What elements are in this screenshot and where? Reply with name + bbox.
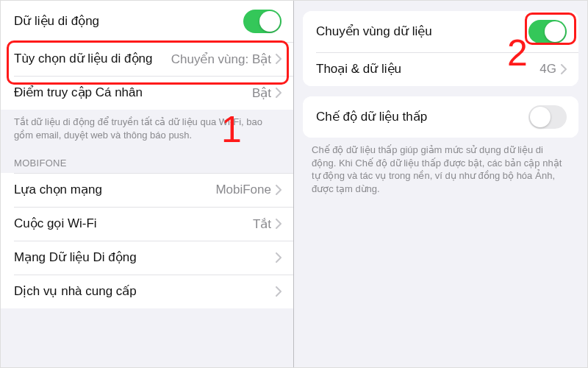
group-low-data: Chế độ dữ liệu thấp: [303, 96, 578, 138]
chevron-right-icon: [276, 219, 282, 229]
chevron-right-icon: [561, 64, 567, 74]
carrier-services-label: Dịch vụ nhà cung cấp: [14, 283, 276, 299]
right-panel: Chuyển vùng dữ liệu Thoại & dữ liệu 4G C…: [294, 1, 587, 367]
row-data-options[interactable]: Tùy chọn dữ liệu di động Chuyển vùng: Bậ…: [1, 42, 293, 76]
chevron-right-icon: [276, 54, 282, 64]
row-low-data-mode[interactable]: Chế độ dữ liệu thấp: [303, 96, 578, 138]
group-cellular: Dữ liệu di động Tùy chọn dữ liệu di động…: [1, 1, 293, 110]
row-mobile-data[interactable]: Dữ liệu di động: [1, 1, 293, 42]
chevron-right-icon: [276, 88, 282, 98]
footer-low-data: Chế độ dữ liệu thấp giúp giảm mức sử dụn…: [294, 138, 587, 198]
voice-data-label: Thoại & dữ liệu: [316, 61, 539, 77]
chevron-right-icon: [276, 286, 282, 297]
low-data-toggle[interactable]: [528, 105, 567, 129]
wifi-calling-label: Cuộc gọi Wi-Fi: [14, 216, 253, 231]
group-roaming: Chuyển vùng dữ liệu Thoại & dữ liệu 4G: [303, 11, 578, 86]
chevron-right-icon: [276, 252, 282, 263]
row-network-selection[interactable]: Lựa chọn mạng MobiFone: [1, 173, 293, 207]
low-data-label: Chế độ dữ liệu thấp: [316, 109, 528, 124]
left-panel: Dữ liệu di động Tùy chọn dữ liệu di động…: [1, 1, 294, 367]
mobile-data-toggle[interactable]: [243, 10, 282, 33]
network-selection-label: Lựa chọn mạng: [14, 182, 215, 197]
network-selection-value: MobiFone: [215, 183, 271, 197]
section-header-carrier: MOBIFONE: [1, 144, 293, 173]
mobile-data-network-label: Mạng Dữ liệu Di động: [14, 250, 276, 265]
row-mobile-data-network[interactable]: Mạng Dữ liệu Di động: [1, 241, 293, 275]
mobile-data-label: Dữ liệu di động: [14, 13, 243, 29]
row-data-roaming[interactable]: Chuyển vùng dữ liệu: [303, 11, 578, 52]
chevron-right-icon: [276, 185, 282, 195]
hotspot-value: Bật: [252, 85, 271, 101]
row-hotspot[interactable]: Điểm truy cập Cá nhân Bật: [1, 76, 293, 110]
data-options-label: Tùy chọn dữ liệu di động: [14, 51, 171, 66]
footer-mobile-data: Tắt dữ liệu di động để truyền tất cả dữ …: [1, 110, 293, 144]
row-wifi-calling[interactable]: Cuộc gọi Wi-Fi Tắt: [1, 207, 293, 241]
data-options-value: Chuyển vùng: Bật: [171, 52, 271, 67]
data-roaming-label: Chuyển vùng dữ liệu: [316, 24, 528, 39]
data-roaming-toggle[interactable]: [528, 20, 567, 43]
group-carrier: Lựa chọn mạng MobiFone Cuộc gọi Wi-Fi Tắ…: [1, 173, 293, 308]
row-carrier-services[interactable]: Dịch vụ nhà cung cấp: [1, 275, 293, 308]
voice-data-value: 4G: [539, 62, 556, 77]
wifi-calling-value: Tắt: [253, 216, 271, 232]
hotspot-label: Điểm truy cập Cá nhân: [14, 85, 252, 100]
row-voice-data[interactable]: Thoại & dữ liệu 4G: [303, 52, 578, 86]
